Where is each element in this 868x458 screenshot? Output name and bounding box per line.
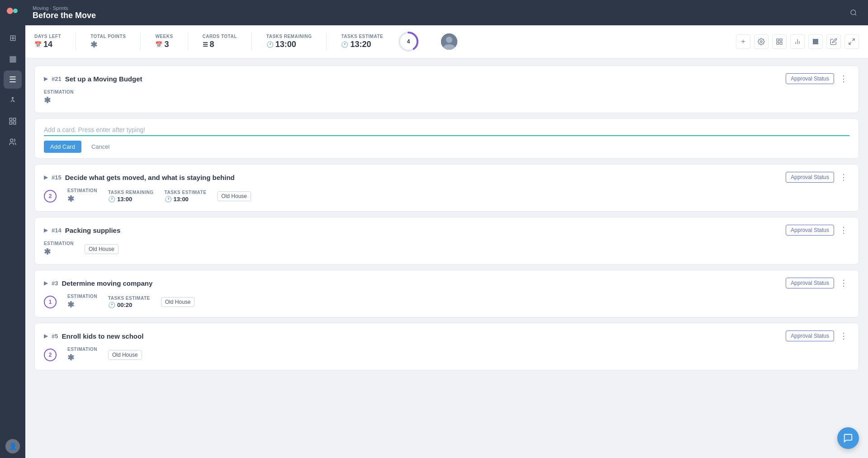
card-3-tasks-estimate: TASKS ESTIMATE 🕐 00:20 bbox=[108, 296, 150, 308]
weeks-label: WEEKS bbox=[155, 34, 173, 39]
svg-rect-7 bbox=[14, 122, 16, 124]
card-21-approval-button[interactable]: Approval Status bbox=[786, 73, 834, 84]
svg-point-0 bbox=[5, 5, 21, 21]
expand-button[interactable] bbox=[844, 34, 859, 49]
clock-icon-15: 🕐 bbox=[108, 196, 115, 203]
card-14-chevron[interactable]: ▶ bbox=[44, 227, 48, 233]
card-5-header: ▶ #5 Enroll kids to new school Approval … bbox=[44, 331, 849, 341]
view-button[interactable] bbox=[808, 34, 823, 49]
card-5-circle-badge: 2 bbox=[44, 349, 57, 361]
card-15-chevron[interactable]: ▶ bbox=[44, 174, 48, 180]
search-icon[interactable] bbox=[846, 5, 861, 20]
days-left-value: 📅 14 bbox=[34, 40, 61, 49]
card-3-approval-button[interactable]: Approval Status bbox=[786, 278, 834, 288]
sidebar-item-users[interactable] bbox=[4, 133, 22, 151]
card-3-estimation: ESTIMATION ✱ bbox=[67, 294, 97, 310]
total-points-value: ✱ bbox=[90, 40, 126, 50]
card-15-circle-badge: 2 bbox=[44, 190, 57, 203]
donut-value: 4 bbox=[407, 38, 410, 45]
sidebar-item-layers[interactable] bbox=[4, 112, 22, 130]
sidebar-item-run[interactable] bbox=[4, 91, 22, 109]
card-14: ▶ #14 Packing supplies Approval Status ⋮… bbox=[34, 217, 859, 264]
stat-cards-total: CARDS TOTAL ☰ 8 bbox=[203, 34, 237, 49]
card-14-approval-button[interactable]: Approval Status bbox=[786, 225, 834, 236]
card-15-menu-icon[interactable]: ⋮ bbox=[838, 172, 849, 182]
stat-tasks-estimate: TASKS ESTIMATE 🕐 13:20 bbox=[341, 34, 383, 49]
svg-point-1 bbox=[7, 8, 13, 14]
card-5-approval-button[interactable]: Approval Status bbox=[786, 331, 834, 341]
card-15-title: Decide what gets moved, and what is stay… bbox=[65, 174, 783, 181]
card-5-estimation: ESTIMATION ✱ bbox=[67, 347, 97, 363]
cards-icon: ☰ bbox=[203, 41, 208, 48]
cards-total-value: ☰ 8 bbox=[203, 40, 237, 49]
card-3-number: #3 bbox=[52, 280, 58, 287]
card-21-title: Set up a Moving Budget bbox=[65, 75, 783, 83]
card-21-number: #21 bbox=[52, 76, 62, 82]
card-3-header: ▶ #3 Determine moving company Approval S… bbox=[44, 278, 849, 288]
card-15-tasks-remaining: TASKS REMAINING 🕐 13:00 bbox=[108, 190, 154, 203]
tasks-estimate-value: 🕐 13:20 bbox=[341, 40, 383, 49]
svg-rect-22 bbox=[813, 39, 818, 44]
svg-line-23 bbox=[852, 39, 854, 41]
sidebar-item-list[interactable]: ☰ bbox=[4, 71, 22, 89]
app-logo bbox=[5, 5, 21, 23]
add-card-input[interactable] bbox=[44, 124, 849, 136]
card-21-header: ▶ #21 Set up a Moving Budget Approval St… bbox=[44, 73, 849, 84]
tasks-remaining-label: TASKS REMAINING bbox=[266, 34, 312, 39]
card-15-number: #15 bbox=[52, 174, 62, 181]
sidebar: ⊞ ▦ ☰ 👤 bbox=[0, 0, 25, 458]
svg-rect-17 bbox=[777, 42, 779, 44]
edit-button[interactable] bbox=[826, 34, 841, 49]
card-15-approval-button[interactable]: Approval Status bbox=[786, 172, 834, 183]
weeks-value: 📅 3 bbox=[155, 40, 173, 49]
add-card-button[interactable]: Add Card bbox=[44, 141, 81, 153]
card-5-tag-old-house: Old House bbox=[108, 350, 142, 360]
card-3-circle-badge: 1 bbox=[44, 296, 57, 308]
user-avatar[interactable] bbox=[441, 33, 457, 50]
card-14-menu-icon[interactable]: ⋮ bbox=[838, 225, 849, 235]
layout-button[interactable] bbox=[772, 34, 787, 49]
card-14-number: #14 bbox=[52, 227, 62, 234]
svg-rect-16 bbox=[780, 39, 782, 41]
card-14-header: ▶ #14 Packing supplies Approval Status ⋮ bbox=[44, 225, 849, 236]
card-15: ▶ #15 Decide what gets moved, and what i… bbox=[34, 164, 859, 212]
card-21-estimation: ESTIMATION ✱ bbox=[44, 90, 74, 105]
app-subtitle: Moving · Sprints bbox=[33, 5, 96, 11]
progress-donut: 4 bbox=[398, 31, 419, 52]
svg-rect-18 bbox=[780, 42, 782, 44]
card-14-estimation: ESTIMATION ✱ bbox=[44, 241, 74, 257]
topbar: Moving · Sprints Before the Move bbox=[25, 0, 868, 25]
card-5-title: Enroll kids to new school bbox=[62, 332, 782, 340]
add-button[interactable]: + bbox=[736, 34, 750, 49]
svg-rect-4 bbox=[9, 118, 12, 120]
clock-icon-15b: 🕐 bbox=[165, 196, 172, 203]
topbar-title-section: Moving · Sprints Before the Move bbox=[33, 5, 96, 20]
clock-icon-3: 🕐 bbox=[108, 302, 115, 308]
asterisk-icon: ✱ bbox=[90, 40, 97, 50]
card-15-header: ▶ #15 Decide what gets moved, and what i… bbox=[44, 172, 849, 183]
stat-days-left: DAYS LEFT 📅 14 bbox=[34, 34, 61, 49]
estimation-asterisk-icon: ✱ bbox=[44, 95, 51, 105]
content-area: DAYS LEFT 📅 14 TOTAL POINTS ✱ WEEKS 📅 3 bbox=[25, 25, 868, 458]
card-3-chevron[interactable]: ▶ bbox=[44, 280, 48, 286]
card-5-number: #5 bbox=[52, 333, 58, 340]
card-15-tasks-estimate: TASKS ESTIMATE 🕐 13:00 bbox=[165, 190, 207, 203]
card-3-tag-old-house: Old House bbox=[161, 297, 195, 307]
total-points-label: TOTAL POINTS bbox=[90, 34, 126, 39]
card-21-menu-icon[interactable]: ⋮ bbox=[838, 74, 849, 84]
settings-button[interactable] bbox=[754, 34, 768, 49]
sidebar-item-kanban[interactable]: ▦ bbox=[4, 50, 22, 68]
card-5-menu-icon[interactable]: ⋮ bbox=[838, 331, 849, 341]
card-5: ▶ #5 Enroll kids to new school Approval … bbox=[34, 323, 859, 370]
stat-weeks: WEEKS 📅 3 bbox=[155, 34, 173, 49]
card-3-menu-icon[interactable]: ⋮ bbox=[838, 278, 849, 288]
card-5-chevron[interactable]: ▶ bbox=[44, 333, 48, 339]
svg-point-13 bbox=[446, 37, 452, 43]
cancel-button[interactable]: Cancel bbox=[85, 141, 116, 153]
chart-button[interactable] bbox=[790, 34, 805, 49]
chat-bubble[interactable] bbox=[837, 427, 859, 449]
svg-point-3 bbox=[12, 97, 14, 99]
sidebar-user-avatar[interactable]: 👤 bbox=[5, 439, 20, 453]
card-21-chevron[interactable]: ▶ bbox=[44, 76, 48, 82]
sidebar-item-dashboard[interactable]: ⊞ bbox=[4, 29, 22, 47]
